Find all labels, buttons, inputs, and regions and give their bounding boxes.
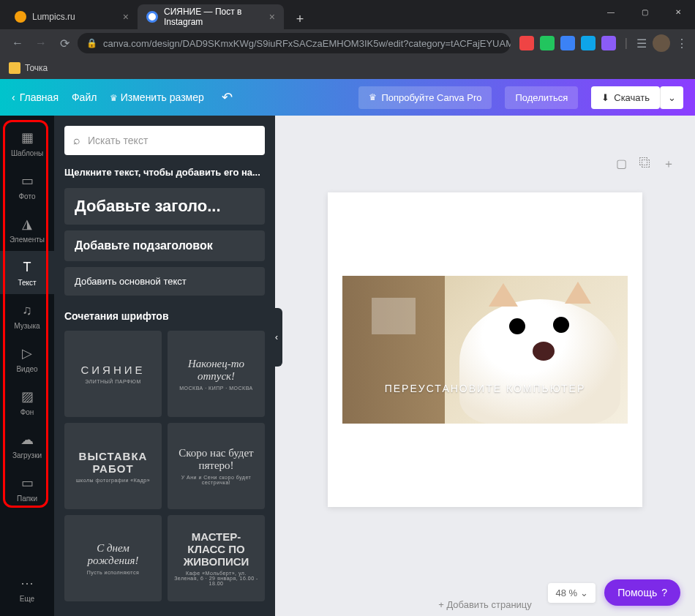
add-icon[interactable]: ＋ bbox=[663, 157, 676, 170]
lock-icon: 🔒 bbox=[86, 38, 97, 48]
resize-menu[interactable]: ♛ Изменить размер bbox=[110, 91, 203, 103]
sidebar-label: Видео bbox=[16, 365, 37, 373]
menu-icon[interactable]: ⋮ bbox=[676, 37, 688, 50]
canvas-text-element[interactable]: ПЕРЕУСТАНОВИТЕ КОМПЬЮТЕР bbox=[342, 383, 628, 394]
help-button[interactable]: Помощь ? bbox=[604, 579, 680, 606]
extension-icon[interactable] bbox=[540, 36, 555, 50]
minimize-button[interactable]: — bbox=[594, 0, 628, 23]
sidebar-label: Фото bbox=[19, 192, 36, 200]
tab-title: СИЯНИЕ — Пост в Instagram bbox=[164, 7, 263, 27]
browser-tab-bar: Lumpics.ru × СИЯНИЕ — Пост в Instagram ×… bbox=[0, 0, 695, 29]
notes-icon[interactable]: ▢ bbox=[616, 157, 629, 170]
font-combo-card[interactable]: Наконец-то отпуск!МОСКВА · КИПР · МОСКВА bbox=[168, 331, 265, 417]
more-icon: ⋯ bbox=[18, 574, 36, 592]
tab-favicon bbox=[15, 11, 26, 23]
divider: | bbox=[625, 37, 628, 50]
bookmark-label[interactable]: Точка bbox=[25, 63, 48, 73]
zoom-control[interactable]: 48 % ⌄ bbox=[548, 583, 596, 603]
extension-icons: | ☰ ⋮ bbox=[519, 34, 688, 52]
browser-tab[interactable]: Lumpics.ru × bbox=[6, 4, 138, 29]
extension-icon[interactable] bbox=[601, 36, 616, 50]
sidebar-item-background[interactable]: ▨Фон bbox=[0, 380, 54, 424]
download-icon: ⬇ bbox=[601, 92, 609, 103]
sidebar-item-more[interactable]: ⋯Еще bbox=[0, 567, 54, 610]
search-box[interactable]: ⌕ bbox=[64, 126, 265, 155]
address-input[interactable]: 🔒 canva.com/design/DAD9SKmxKWg/S9iuRFxSA… bbox=[78, 33, 511, 53]
tab-title: Lumpics.ru bbox=[32, 12, 75, 22]
canva-header: ‹ Главная Файл ♛ Изменить размер ↶ ♛ Поп… bbox=[0, 79, 695, 116]
elements-icon: ◮ bbox=[18, 215, 36, 233]
browser-tab-active[interactable]: СИЯНИЕ — Пост в Instagram × bbox=[138, 4, 284, 29]
file-menu[interactable]: Файл bbox=[72, 91, 97, 103]
panel-collapse-chevron[interactable]: ‹ bbox=[271, 308, 282, 367]
music-icon: ♫ bbox=[18, 301, 36, 319]
sidebar-item-templates[interactable]: ▦Шаблоны bbox=[0, 121, 54, 165]
canvas-area: ▢ ⿻ ＋ ПЕРЕУСТАНОВИТЕ КОМПЬЮТЕР + Добавит… bbox=[275, 116, 695, 616]
add-body-button[interactable]: Добавить основной текст bbox=[64, 267, 265, 296]
try-pro-label: Попробуйте Canva Pro bbox=[381, 92, 481, 103]
sidebar-item-text[interactable]: TТекст bbox=[0, 251, 54, 294]
sidebar-item-uploads[interactable]: ☁Загрузки bbox=[0, 424, 54, 467]
background-icon: ▨ bbox=[18, 388, 36, 405]
sidebar-item-photo[interactable]: ▭Фото bbox=[0, 165, 54, 208]
extension-icon[interactable] bbox=[581, 36, 596, 50]
font-combo-card[interactable]: Скоро нас будет пятеро!У Ани и Сени скор… bbox=[168, 423, 265, 509]
add-heading-button[interactable]: Добавьте заголо... bbox=[64, 188, 265, 225]
window-controls: — ▢ ✕ bbox=[594, 0, 695, 23]
sidebar-label: Музыка bbox=[14, 322, 40, 330]
home-button[interactable]: ‹ Главная bbox=[12, 91, 59, 103]
sidebar-item-music[interactable]: ♫Музыка bbox=[0, 294, 54, 337]
canvas-wrap[interactable]: ПЕРЕУСТАНОВИТЕ КОМПЬЮТЕР bbox=[275, 116, 695, 583]
extension-icon[interactable] bbox=[560, 36, 575, 50]
add-subheading-button[interactable]: Добавьте подзаголовок bbox=[64, 230, 265, 261]
sidebar-label: Загрузки bbox=[12, 451, 42, 459]
undo-button[interactable]: ↶ bbox=[222, 89, 233, 105]
address-bar-row: ← → ⟳ 🔒 canva.com/design/DAD9SKmxKWg/S9i… bbox=[0, 29, 695, 57]
zoom-value: 48 % bbox=[555, 587, 577, 598]
canvas-image[interactable]: ПЕРЕУСТАНОВИТЕ КОМПЬЮТЕР bbox=[342, 276, 628, 424]
try-pro-button[interactable]: ♛ Попробуйте Canva Pro bbox=[358, 86, 492, 109]
crown-icon: ♛ bbox=[110, 93, 120, 103]
share-button[interactable]: Поделиться bbox=[505, 86, 578, 109]
templates-icon: ▦ bbox=[18, 129, 36, 146]
back-icon[interactable]: ← bbox=[7, 33, 28, 53]
download-button[interactable]: ⬇ Скачать bbox=[591, 86, 660, 109]
text-icon: T bbox=[18, 258, 36, 276]
new-tab-button[interactable]: + bbox=[290, 9, 310, 29]
chevron-left-icon: ‹ bbox=[12, 91, 15, 103]
panel-hint: Щелкните текст, чтобы добавить его на... bbox=[64, 167, 265, 178]
photo-icon: ▭ bbox=[18, 172, 36, 189]
maximize-button[interactable]: ▢ bbox=[628, 0, 661, 23]
download-dropdown[interactable]: ⌄ bbox=[660, 86, 683, 109]
duplicate-icon[interactable]: ⿻ bbox=[639, 157, 653, 170]
sidebar-item-folders[interactable]: ▭Папки bbox=[0, 467, 54, 510]
tab-favicon bbox=[146, 11, 158, 23]
question-icon: ? bbox=[661, 587, 667, 598]
font-combo-grid: СИЯНИЕЭЛИТНЫЙ ПАРФЮМНаконец-то отпуск!МО… bbox=[64, 331, 265, 601]
chevron-down-icon: ⌄ bbox=[580, 587, 588, 598]
font-combo-card[interactable]: С днем рождения!Пусть исполняются bbox=[64, 515, 162, 601]
uploads-icon: ☁ bbox=[18, 431, 36, 448]
forward-icon[interactable]: → bbox=[31, 33, 51, 53]
close-button[interactable]: ✕ bbox=[661, 0, 695, 23]
reading-list-icon[interactable]: ☰ bbox=[636, 37, 647, 50]
sidebar-item-video[interactable]: ▷Видео bbox=[0, 337, 54, 380]
font-combos-label: Сочетания шрифтов bbox=[64, 310, 265, 322]
sidebar: ▦Шаблоны ▭Фото ◮Элементы TТекст ♫Музыка … bbox=[0, 116, 54, 616]
extension-icon[interactable] bbox=[519, 36, 534, 50]
close-icon[interactable]: × bbox=[123, 11, 129, 23]
profile-avatar[interactable] bbox=[653, 34, 670, 52]
sidebar-item-elements[interactable]: ◮Элементы bbox=[0, 208, 54, 251]
close-icon[interactable]: × bbox=[269, 11, 275, 23]
font-combo-card[interactable]: СИЯНИЕЭЛИТНЫЙ ПАРФЮМ bbox=[64, 331, 162, 417]
search-icon: ⌕ bbox=[73, 134, 80, 147]
font-combo-card[interactable]: ВЫСТАВКА РАБОТшколы фотографии «Кадр» bbox=[64, 423, 162, 509]
canvas-page[interactable]: ПЕРЕУСТАНОВИТЕ КОМПЬЮТЕР bbox=[328, 192, 642, 507]
sidebar-label: Текст bbox=[18, 279, 36, 287]
search-input[interactable] bbox=[88, 135, 256, 146]
reload-icon[interactable]: ⟳ bbox=[54, 33, 75, 53]
home-label: Главная bbox=[20, 91, 59, 103]
bottom-controls: 48 % ⌄ Помощь ? bbox=[548, 579, 680, 606]
font-combo-card[interactable]: МАСТЕР-КЛАСС ПО ЖИВОПИСИКафе «Мольберт»,… bbox=[168, 515, 265, 601]
video-icon: ▷ bbox=[18, 345, 36, 362]
